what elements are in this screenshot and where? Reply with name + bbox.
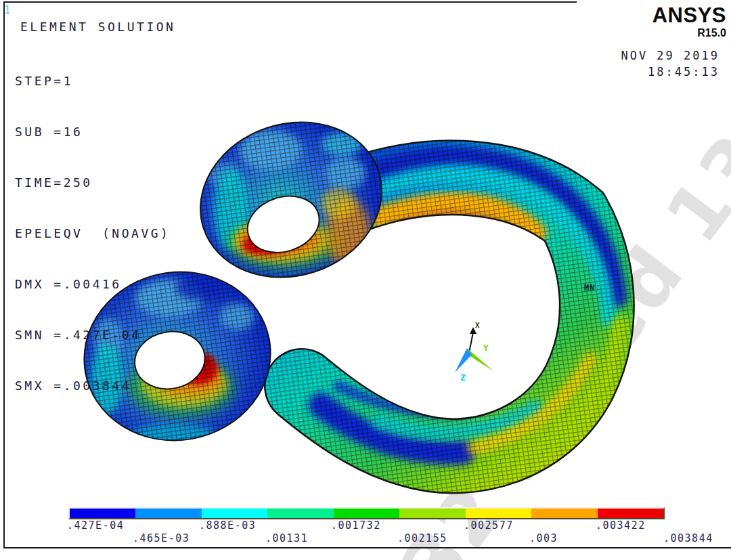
legend-color-segment [267,509,333,518]
legend-value-label: .427E-04 [67,519,124,532]
legend-value-label: .003844 [663,532,713,544]
legend-color-segment [70,509,135,518]
analysis-step: STEP=1 [15,72,170,89]
legend-color-segment [598,509,663,518]
min-strain-marker: MN [584,283,595,293]
ansys-logo: ANSYS [652,3,726,28]
viewport-border-bottom [3,547,731,548]
triad-x-label: X [475,321,480,330]
legend-value-label: .003 [529,532,558,544]
plot-number: 1 [4,1,11,18]
legend-value-label: .002155 [397,532,447,544]
viewport-border-top [3,1,577,3]
legend-color-segment [334,509,399,518]
triad-z-label: Z [460,372,466,383]
legend-color-segment [531,509,597,518]
solution-title: ELEMENT SOLUTION [20,18,175,35]
legend-value-label: .00131 [265,532,308,544]
legend-color-segment [466,509,531,518]
plot-date: NOV 29 2019 [621,47,719,64]
analysis-dmx: DMX =.00416 [15,276,170,293]
legend-value-label: .002577 [464,519,514,532]
ansys-release-label: R15.0 [697,27,726,39]
analysis-time: TIME=250 [15,174,170,191]
legend-value-label: .888E-03 [199,519,256,532]
legend-value-label: .465E-03 [133,532,190,544]
legend-color-segment [202,509,267,518]
plot-time: 18:45:13 [648,64,719,81]
legend-color-segment [399,509,465,518]
legend-value-label: .003422 [596,519,646,532]
analysis-smn: SMN =.427E-04 [15,326,170,343]
legend-color-segment [135,509,201,518]
viewport-border-left [3,1,5,548]
analysis-smx: SMX =.003844 [15,377,170,394]
triad-y-label: Y [483,343,489,353]
legend-value-label: .001732 [331,519,381,532]
contour-legend [68,507,665,519]
analysis-substep: SUB =16 [15,123,170,140]
analysis-info-block: STEP=1 SUB =16 TIME=250 EPELEQV (NOAVG) … [15,39,170,411]
analysis-result-item: EPELEQV (NOAVG) [15,225,170,242]
